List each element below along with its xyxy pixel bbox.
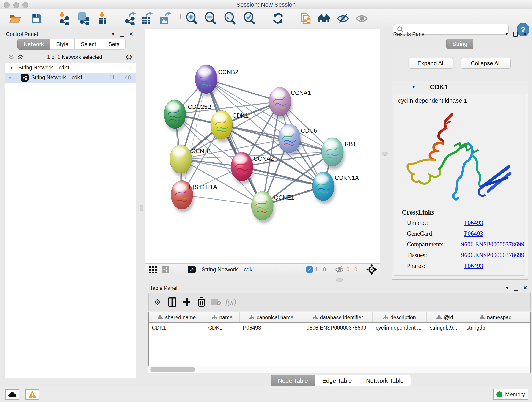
birdseye-crosshair-icon[interactable] — [366, 264, 377, 275]
column-header--id[interactable]: @id — [427, 313, 463, 322]
gene-description: cyclin-dependent kinase 1 — [398, 97, 467, 104]
table-options-button[interactable]: ⚙ — [150, 295, 165, 309]
clone-network-button[interactable] — [299, 12, 312, 25]
column-header-namespac[interactable]: namespac — [463, 313, 528, 322]
network-node-RB1[interactable] — [322, 138, 345, 170]
scrollbar-thumb[interactable] — [150, 367, 195, 372]
network-node-CCNB1[interactable] — [170, 145, 193, 177]
table-cell[interactable]: P06493 — [240, 325, 303, 331]
import-network-database-button[interactable] — [76, 12, 89, 25]
results-panel-title: Results Panel — [393, 31, 426, 37]
network-node-CDC6[interactable] — [278, 124, 302, 156]
crosslink-label: Uniprot: — [407, 219, 464, 226]
section-expand-icon[interactable]: ▼ — [412, 85, 416, 89]
column-header-database-identifier[interactable]: database identifier — [303, 313, 373, 322]
table-horizontal-scrollbar[interactable] — [148, 366, 530, 373]
column-header-name[interactable]: name — [205, 313, 240, 322]
expand-all-chevrons-icon[interactable] — [8, 54, 15, 61]
expand-all-button[interactable]: Expand All — [409, 58, 453, 69]
tree-expand-icon[interactable]: ▼ — [9, 65, 13, 70]
network-node-CCNA2[interactable] — [231, 152, 254, 184]
delete-table-button[interactable] — [209, 295, 223, 309]
panel-menu-icon[interactable]: ▾ — [506, 31, 508, 37]
tab-string[interactable]: String — [446, 38, 473, 49]
tab-network-table[interactable]: Network Table — [359, 375, 411, 386]
panel-close-icon[interactable]: ✕ — [523, 285, 527, 291]
zoom-out-button[interactable] — [204, 12, 217, 25]
table-cell[interactable]: stringdb — [463, 325, 528, 331]
column-header-description[interactable]: description — [373, 313, 427, 322]
left-splitter-handle[interactable] — [140, 205, 143, 211]
panel-float-icon[interactable] — [513, 32, 518, 37]
panel-menu-icon[interactable]: ▾ — [506, 285, 509, 291]
show-all-button[interactable] — [355, 12, 368, 25]
tab-network[interactable]: Network — [17, 39, 50, 50]
tab-select[interactable]: Select — [75, 39, 102, 50]
hide-selected-button[interactable] — [337, 12, 350, 25]
tab-style[interactable]: Style — [50, 39, 75, 50]
crosslink-link[interactable]: P06493 — [464, 262, 483, 269]
table-cell[interactable]: CDK1 — [149, 325, 205, 331]
table-row[interactable]: CDK1CDK1P064939606.ENSP00000378699cyclin… — [149, 323, 530, 332]
export-network-button[interactable] — [124, 12, 137, 25]
zoom-selected-button[interactable] — [243, 12, 256, 25]
import-table-file-button[interactable] — [96, 12, 109, 25]
network-collection-row[interactable]: ▼ String Network – cdk1 1 — [5, 63, 136, 73]
table-splitter-handle[interactable] — [336, 278, 343, 282]
create-column-button[interactable] — [179, 295, 194, 309]
collapse-all-chevrons-icon[interactable] — [17, 54, 24, 61]
tab-node-table[interactable]: Node Table — [271, 375, 315, 386]
hidden-eye-icon[interactable] — [335, 266, 344, 273]
network-row[interactable]: ● String Network – cdk1 11 48 — [5, 73, 136, 83]
panel-close-icon[interactable]: ✕ — [523, 31, 527, 37]
function-builder-button[interactable]: f(x) — [223, 295, 238, 309]
table-cell[interactable]: stringdb:9... — [427, 325, 463, 331]
results-panel-header: Results Panel ▾ ✕ — [393, 30, 529, 38]
crosslink-link[interactable]: P06493 — [464, 219, 483, 226]
results-scrollbar[interactable] — [525, 94, 528, 275]
crosslink-link[interactable]: 9606.ENSP00000378699 — [461, 241, 524, 248]
export-image-button[interactable] — [158, 12, 171, 25]
first-neighbors-button[interactable] — [317, 12, 330, 25]
column-header-canonical-name[interactable]: canonical name — [240, 313, 303, 322]
network-node-CCNB2[interactable] — [195, 65, 219, 97]
zoom-in-button[interactable] — [186, 12, 198, 25]
panel-float-icon[interactable] — [514, 286, 518, 291]
open-session-button[interactable] — [9, 12, 22, 25]
network-edge[interactable] — [182, 79, 206, 195]
tab-edge-table[interactable]: Edge Table — [315, 375, 359, 386]
detach-view-button[interactable]: ↗ — [188, 266, 196, 274]
zoom-fit-button[interactable] — [224, 12, 237, 25]
table-cell[interactable]: cyclin-dependent ... — [373, 325, 427, 331]
grid-mode-icon[interactable] — [148, 265, 157, 274]
network-view-canvas[interactable]: CCNB2CCNA1CDC25BCDK1CDC6RB1CCNB1CCNA2CDK… — [145, 29, 380, 264]
table-tabs: Node Table Edge Table Network Table — [271, 375, 411, 386]
footer-separator — [172, 265, 173, 274]
panel-menu-icon[interactable]: ▾ — [112, 31, 114, 37]
column-header-shared-name[interactable]: shared name — [149, 313, 205, 322]
warnings-button[interactable] — [25, 389, 39, 400]
save-session-button[interactable] — [30, 12, 43, 25]
crosslink-link[interactable]: 9606.ENSP00000378699 — [461, 252, 524, 259]
show-columns-button[interactable] — [165, 295, 179, 309]
export-table-button[interactable] — [140, 12, 153, 25]
network-node-CCNE1[interactable] — [251, 191, 275, 223]
selected-checkbox-icon[interactable]: ✓ — [306, 266, 313, 273]
delete-column-button[interactable] — [194, 295, 209, 309]
collapse-all-button[interactable]: Collapse All — [461, 58, 511, 69]
tab-sets[interactable]: Sets — [102, 39, 126, 50]
panel-float-icon[interactable] — [120, 32, 124, 37]
network-options-gear-icon[interactable]: ⚙ — [126, 53, 133, 61]
table-cell[interactable]: CDK1 — [205, 325, 240, 331]
right-splitter-handle[interactable] — [382, 152, 388, 156]
panel-close-icon[interactable]: ✕ — [129, 31, 133, 37]
table-cell[interactable]: 9606.ENSP00000378699 — [303, 325, 373, 331]
import-network-file-button[interactable] — [57, 12, 70, 25]
results-section-header[interactable]: ▼ CDK1 — [393, 81, 528, 93]
apply-layout-button[interactable] — [272, 12, 285, 25]
crosslink-link[interactable]: P06493 — [464, 230, 483, 237]
string-network-graph[interactable]: CCNB2CCNA1CDC25BCDK1CDC6RB1CCNB1CCNA2CDK… — [145, 29, 380, 263]
cloud-status-button[interactable] — [5, 389, 19, 400]
memory-button[interactable]: Memory — [493, 389, 528, 400]
network-node-CDKN1A[interactable] — [312, 172, 336, 204]
